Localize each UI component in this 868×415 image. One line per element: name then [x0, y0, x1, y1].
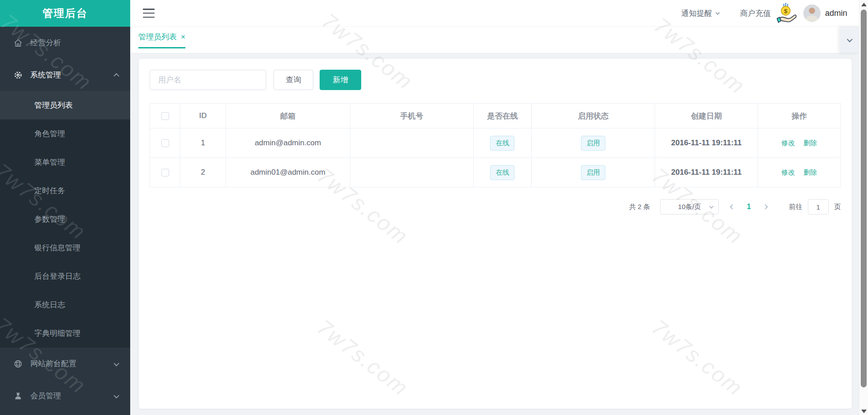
- chevron-down-icon: [114, 359, 118, 368]
- sidebar-item-label: 银行信息管理: [34, 243, 80, 253]
- column-header-created: 创建日期: [655, 104, 758, 129]
- sidebar-item-label: 后台登录日志: [34, 271, 80, 281]
- main-content: 查询 新增 ID 邮箱 手机号 是否在线 启用状态 创建日期: [130, 53, 859, 415]
- hamburger-menu-icon[interactable]: [143, 9, 155, 18]
- column-header-id: ID: [180, 104, 226, 129]
- scrollbar-thumb[interactable]: [861, 10, 867, 387]
- sidebar-item-system-management[interactable]: 系统管理: [0, 59, 130, 91]
- delete-link[interactable]: 删除: [803, 168, 817, 176]
- sidebar-item-menu-management[interactable]: 菜单管理: [0, 148, 130, 176]
- tab-label: 管理员列表: [138, 32, 177, 42]
- current-page-number[interactable]: 1: [747, 203, 751, 211]
- sidebar-item-bank-info-management[interactable]: 银行信息管理: [0, 234, 130, 262]
- sidebar-item-website-frontend-config[interactable]: 网站前台配置: [0, 348, 130, 380]
- sidebar-item-label: 经营分析: [30, 38, 61, 48]
- cell-created: 2016-11-11 19:11:11: [655, 158, 758, 187]
- sidebar-item-label: 参数管理: [34, 214, 65, 224]
- sidebar-item-parameter-management[interactable]: 参数管理: [0, 205, 130, 234]
- chevron-down-icon: [114, 391, 118, 401]
- sidebar-item-role-management[interactable]: 角色管理: [0, 119, 130, 148]
- column-header-email: 邮箱: [226, 104, 350, 129]
- coin-hand-icon[interactable]: $: [774, 2, 797, 26]
- globe-icon: [13, 358, 24, 369]
- table-header-row: ID 邮箱 手机号 是否在线 启用状态 创建日期 操作: [150, 104, 841, 129]
- gear-icon: [13, 70, 24, 81]
- edit-link[interactable]: 修改: [782, 139, 795, 147]
- page-size-select[interactable]: 10条/页: [660, 199, 719, 215]
- sidebar-item-member-management[interactable]: 会员管理: [0, 380, 130, 412]
- sidebar-item-backend-login-log[interactable]: 后台登录日志: [0, 262, 130, 291]
- chevron-down-icon: [709, 204, 714, 209]
- pagination: 共 2 条 10条/页 1 前往 页: [150, 199, 841, 215]
- filter-toolbar: 查询 新增: [150, 70, 841, 90]
- sidebar-item-business-analysis[interactable]: 经营分析: [0, 27, 130, 59]
- select-all-checkbox[interactable]: [161, 112, 169, 120]
- svg-text:$: $: [784, 8, 788, 14]
- sidebar-item-label: 会员管理: [30, 391, 61, 401]
- status-badge: 启用: [581, 165, 605, 180]
- column-header-status: 启用状态: [532, 104, 655, 129]
- sidebar-item-scheduled-tasks[interactable]: 定时任务: [0, 176, 130, 205]
- chevron-left-icon: [730, 204, 735, 209]
- chevron-up-icon: [114, 71, 118, 80]
- sidebar-submenu-system: 管理员列表 角色管理 菜单管理 定时任务 参数管理 银行信息管理 后台登录日志 …: [0, 91, 130, 348]
- next-page-button[interactable]: [764, 205, 767, 209]
- column-header-phone: 手机号: [350, 104, 473, 129]
- sidebar-item-label: 定时任务: [34, 186, 65, 196]
- cell-id: 1: [180, 129, 226, 158]
- sidebar-item-label: 字典明细管理: [34, 328, 80, 339]
- select-all-cell: [150, 104, 180, 129]
- delete-link[interactable]: 删除: [803, 139, 817, 147]
- sidebar-item-label: 系统日志: [34, 300, 65, 310]
- goto-page-input[interactable]: [808, 199, 829, 215]
- tab-admin-list[interactable]: 管理员列表 ×: [138, 27, 185, 48]
- top-navbar: 通知提醒 商户充值 $ admin: [130, 0, 859, 27]
- row-checkbox[interactable]: [161, 169, 169, 176]
- home-icon: [13, 38, 24, 48]
- cell-created: 2016-11-11 19:11:11: [655, 129, 758, 158]
- tab-overflow-button[interactable]: [840, 27, 859, 53]
- sidebar-item-dictionary-detail[interactable]: 字典明细管理: [0, 319, 130, 348]
- cell-phone: [350, 158, 473, 187]
- username-input[interactable]: [150, 70, 266, 90]
- chevron-down-icon: [716, 10, 720, 15]
- total-count-label: 共 2 条: [629, 203, 650, 211]
- content-card: 查询 新增 ID 邮箱 手机号 是否在线 启用状态 创建日期: [139, 59, 852, 409]
- scroll-down-arrow-icon[interactable]: [861, 410, 867, 413]
- edit-link[interactable]: 修改: [782, 168, 795, 176]
- sidebar-item-system-log[interactable]: 系统日志: [0, 291, 130, 319]
- username-label[interactable]: admin: [825, 9, 847, 18]
- sidebar-item-label: 角色管理: [34, 129, 65, 139]
- admin-table: ID 邮箱 手机号 是否在线 启用状态 创建日期 操作 1 admin@admi…: [150, 103, 841, 187]
- page-unit-label: 页: [834, 203, 841, 211]
- online-badge: 在线: [490, 136, 514, 151]
- navbar-right: 通知提醒 商户充值 $ admin: [681, 0, 847, 26]
- cell-phone: [350, 129, 473, 158]
- admin-app: 7w7s.com 7w7s.com 7w7s.com 7w7s.com 7w7s…: [0, 0, 868, 415]
- notice-dropdown[interactable]: 通知提醒: [681, 8, 719, 19]
- merchant-recharge-link[interactable]: 商户充值: [740, 8, 771, 19]
- user-avatar[interactable]: [803, 5, 821, 22]
- online-badge: 在线: [490, 165, 514, 180]
- page-size-value: 10条/页: [678, 203, 701, 211]
- row-checkbox[interactable]: [161, 139, 169, 147]
- status-badge: 启用: [581, 136, 605, 151]
- tab-bar: 管理员列表 ×: [130, 27, 859, 53]
- sidebar-item-admin-list[interactable]: 管理员列表: [0, 91, 130, 119]
- chevron-right-icon: [763, 204, 768, 209]
- chevron-down-icon: [847, 36, 853, 42]
- table-row: 2 admin01@admin.com 在线 启用 2016-11-11 19:…: [150, 158, 841, 187]
- add-button[interactable]: 新增: [320, 70, 361, 90]
- close-icon[interactable]: ×: [181, 33, 185, 41]
- cell-email: admin@admin.com: [226, 129, 350, 158]
- sidebar-item-label: 管理员列表: [34, 100, 73, 110]
- sidebar-item-label: 系统管理: [30, 70, 61, 80]
- sidebar: 管理后台 经营分析 系统管理 管理员列表 角色管理 菜单管理 定时任务 参: [0, 0, 130, 415]
- prev-page-button[interactable]: [731, 205, 734, 209]
- query-button[interactable]: 查询: [274, 70, 313, 90]
- vertical-scrollbar[interactable]: [859, 0, 868, 415]
- member-icon: [13, 391, 24, 401]
- scroll-up-arrow-icon[interactable]: [861, 3, 867, 6]
- goto-label: 前往: [789, 203, 802, 211]
- table-row: 1 admin@admin.com 在线 启用 2016-11-11 19:11…: [150, 129, 841, 158]
